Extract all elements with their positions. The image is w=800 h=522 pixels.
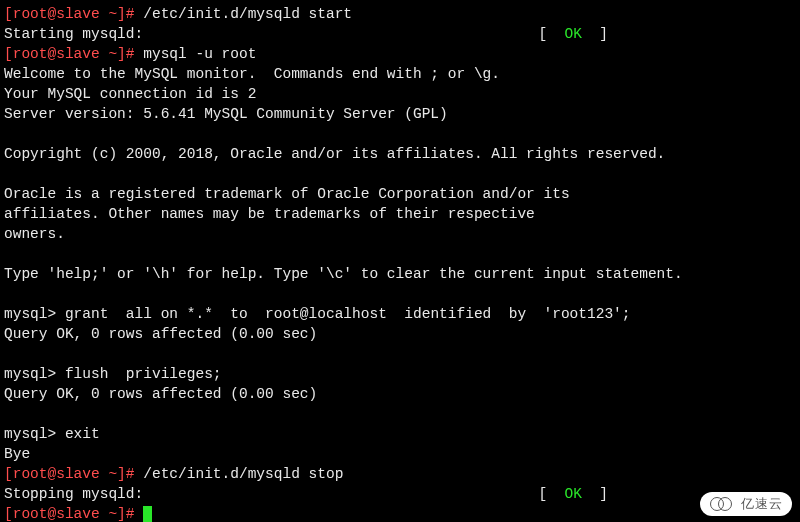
trademark1: Oracle is a registered trademark of Orac… [4, 184, 796, 204]
stopping-text: Stopping mysqld: [4, 484, 143, 504]
line-prompt-idle[interactable]: [root@slave ~]# [4, 504, 796, 522]
mysql-prompt: mysql> [4, 366, 65, 382]
line-stopping: Stopping mysqld: [ OK ] [4, 484, 608, 504]
shell-prompt: [root@slave ~]# [4, 6, 143, 22]
ok-indicator: [ OK ] [538, 484, 608, 504]
shell-prompt: [root@slave ~]# [4, 466, 143, 482]
shell-prompt: [root@slave ~]# [4, 46, 143, 62]
blank [4, 244, 796, 264]
trademark2: affiliates. Other names may be trademark… [4, 204, 796, 224]
blank [4, 404, 796, 424]
cmd-grant: grant all on *.* to root@localhost ident… [65, 306, 631, 322]
cmd-start: /etc/init.d/mysqld start [143, 6, 352, 22]
watermark-text: 亿速云 [741, 497, 783, 511]
blank [4, 344, 796, 364]
blank [4, 284, 796, 304]
line-mysql-login: [root@slave ~]# mysql -u root [4, 44, 796, 64]
watermark-logo-icon [710, 495, 736, 513]
mysql-prompt: mysql> [4, 426, 65, 442]
line-flush: mysql> flush privileges; [4, 364, 796, 384]
line-starting: Starting mysqld: [ OK ] [4, 24, 608, 44]
query-ok-2: Query OK, 0 rows affected (0.00 sec) [4, 384, 796, 404]
ok-indicator: [ OK ] [538, 24, 608, 44]
trademark3: owners. [4, 224, 796, 244]
welcome: Welcome to the MySQL monitor. Commands e… [4, 64, 796, 84]
cmd-mysql: mysql -u root [143, 46, 256, 62]
line-grant: mysql> grant all on *.* to root@localhos… [4, 304, 796, 324]
line-stop: [root@slave ~]# /etc/init.d/mysqld stop [4, 464, 796, 484]
blank [4, 164, 796, 184]
watermark: 亿速云 [700, 492, 792, 516]
query-ok-1: Query OK, 0 rows affected (0.00 sec) [4, 324, 796, 344]
cursor-icon [143, 506, 152, 522]
server-version: Server version: 5.6.41 MySQL Community S… [4, 104, 796, 124]
cmd-flush: flush privileges; [65, 366, 222, 382]
line-exit: mysql> exit [4, 424, 796, 444]
starting-text: Starting mysqld: [4, 24, 143, 44]
cmd-exit: exit [65, 426, 100, 442]
shell-prompt: [root@slave ~]# [4, 506, 143, 522]
cmd-stop: /etc/init.d/mysqld stop [143, 466, 343, 482]
blank [4, 124, 796, 144]
line-start: [root@slave ~]# /etc/init.d/mysqld start [4, 4, 796, 24]
bye: Bye [4, 444, 796, 464]
mysql-prompt: mysql> [4, 306, 65, 322]
copyright: Copyright (c) 2000, 2018, Oracle and/or … [4, 144, 796, 164]
connection-id: Your MySQL connection id is 2 [4, 84, 796, 104]
help-line: Type 'help;' or '\h' for help. Type '\c'… [4, 264, 796, 284]
